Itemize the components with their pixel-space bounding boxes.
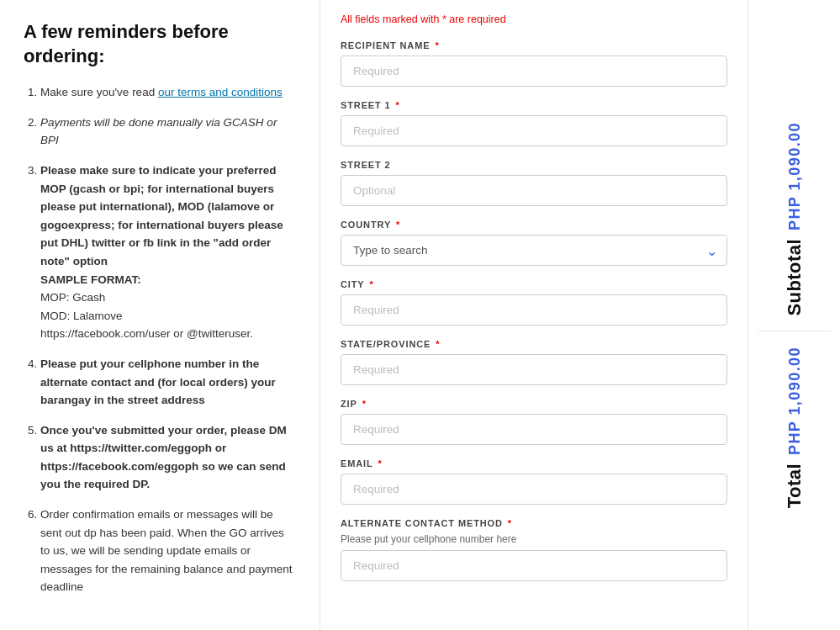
street1-label: STREET 1 * [341,100,727,110]
state-province-input[interactable] [341,354,727,385]
country-label: COUNTRY * [341,220,727,230]
sample-line-3: https://facebook.com/user or @twitteruse… [40,327,253,340]
right-divider [758,331,831,331]
subtotal-col: PHP 1,090.00 Subtotal [785,122,804,316]
reminders-heading: A few reminders before ordering: [24,20,296,68]
list-item: Once you've submitted your order, please… [40,421,296,494]
country-group: COUNTRY * Type to search Philippines Uni… [341,220,727,266]
recipient-name-label: RECIPIENT NAME * [341,40,727,50]
zip-label: ZIP * [341,399,727,409]
total-value: PHP 1,090.00 [787,347,802,455]
state-province-group: STATE/PROVINCE * [341,339,727,385]
mop-note: Please make sure to indicate your prefer… [40,164,283,267]
email-input[interactable] [341,474,727,505]
gcash-note: Payments will be done manually via GCASH… [40,116,277,147]
order-summary-panel: PHP 1,090.00 Subtotal PHP 1,090.00 Total [748,0,840,630]
checkout-form-panel: All fields marked with * are required RE… [320,0,748,630]
required-note-after: are required [449,13,505,25]
list-item: Payments will be done manually via GCASH… [40,114,296,150]
city-input[interactable] [341,294,727,326]
required-note: All fields marked with * are required [341,13,727,25]
city-group: CITY * [341,279,727,326]
list-item-text: Make sure you've read [40,86,158,98]
street1-input[interactable] [341,115,727,146]
email-label: EMAIL * [341,458,727,469]
country-select-wrapper: Type to search Philippines United States… [341,235,727,266]
list-item: Order confirmation emails or messages wi… [40,506,296,596]
street2-label: STREET 2 [341,160,727,170]
cellphone-note: Please put your cellphone number in the … [40,357,276,406]
required-star: * [442,13,446,25]
alternate-contact-label: ALTERNATE CONTACT METHOD * [341,518,727,528]
country-select[interactable]: Type to search Philippines United States… [341,235,727,266]
sample-line-1: MOP: Gcash [40,291,105,304]
list-item: Make sure you've read our terms and cond… [40,83,296,102]
total-col: PHP 1,090.00 Total [785,347,804,508]
subtotal-value: PHP 1,090.00 [787,122,802,230]
alternate-contact-input[interactable] [341,550,727,581]
subtotal-label: Subtotal [785,239,804,316]
total-label: Total [785,463,804,508]
confirmation-note: Order confirmation emails or messages wi… [40,508,292,593]
street2-input[interactable] [341,175,727,206]
alternate-contact-hint: Please put your cellphone number here [341,533,727,545]
recipient-name-group: RECIPIENT NAME * [341,40,727,87]
dm-note: Once you've submitted your order, please… [40,424,287,491]
zip-input[interactable] [341,414,727,445]
list-item: Please make sure to indicate your prefer… [40,161,296,343]
recipient-name-input[interactable] [341,56,727,87]
zip-group: ZIP * [341,399,727,445]
list-item: Please put your cellphone number in the … [40,355,296,410]
sample-format-label: SAMPLE FORMAT: [40,273,141,286]
required-note-before: All fields marked with [341,13,439,25]
alternate-contact-group: ALTERNATE CONTACT METHOD * Please put yo… [341,518,727,581]
reminders-panel: A few reminders before ordering: Make su… [0,0,320,630]
street2-group: STREET 2 [341,160,727,206]
street1-group: STREET 1 * [341,100,727,146]
email-group: EMAIL * [341,458,727,505]
terms-link[interactable]: our terms and conditions [158,86,283,98]
state-province-label: STATE/PROVINCE * [341,339,727,349]
city-label: CITY * [341,279,727,289]
sample-line-2: MOD: Lalamove [40,310,123,322]
reminders-list: Make sure you've read our terms and cond… [24,83,296,596]
